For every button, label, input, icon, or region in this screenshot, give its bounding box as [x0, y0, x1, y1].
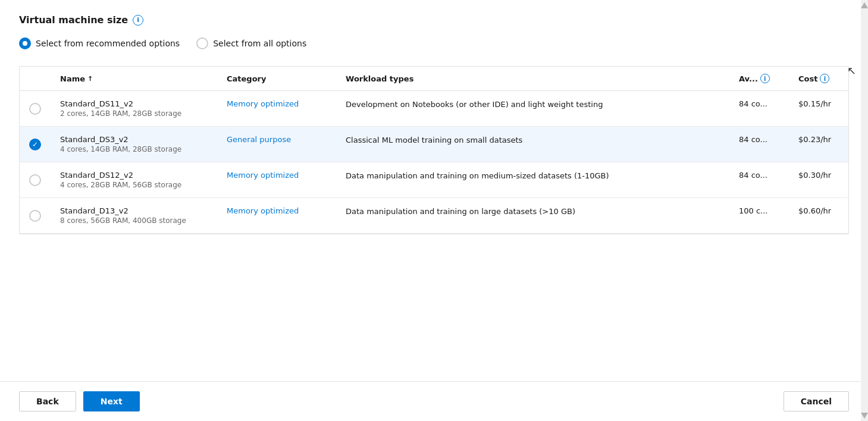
av-value: 84 co...	[739, 171, 767, 180]
av-value: 84 co...	[739, 135, 767, 144]
row-cost-cell: $0.30/hr	[789, 162, 848, 198]
radio-recommended-label: Select from recommended options	[36, 39, 180, 48]
cost-value: $0.60/hr	[798, 206, 831, 215]
row-radio-cell[interactable]	[20, 91, 51, 127]
cost-value: $0.23/hr	[798, 135, 831, 144]
scrollbar-up-arrow[interactable]	[861, 2, 868, 8]
row-workload-cell: Development on Notebooks (or other IDE) …	[336, 91, 729, 127]
row-radio-3[interactable]	[29, 210, 41, 222]
workload-text: Classical ML model training on small dat…	[346, 136, 522, 144]
vm-table: Name ↑ Category Workload types	[20, 67, 848, 234]
row-av-cell: 84 co...	[729, 91, 789, 127]
row-category-cell[interactable]: Memory optimized	[217, 91, 336, 127]
radio-recommended-circle	[19, 37, 31, 49]
col-cost[interactable]: Cost i	[789, 67, 848, 91]
col-av[interactable]: Av... i	[729, 67, 789, 91]
footer-left: Back Next	[19, 391, 140, 411]
footer: Back Next Cancel	[0, 381, 868, 421]
row-cost-cell: $0.23/hr	[789, 127, 848, 162]
cancel-button[interactable]: Cancel	[784, 391, 849, 411]
table-header-row: Name ↑ Category Workload types	[20, 67, 848, 91]
main-content: Virtual machine size i Select from recom…	[0, 0, 868, 381]
row-name-cell: Standard_DS11_v22 cores, 14GB RAM, 28GB …	[51, 91, 217, 127]
row-radio-cell[interactable]	[20, 198, 51, 234]
row-radio-1[interactable]	[29, 139, 41, 150]
row-name-cell: Standard_DS3_v24 cores, 14GB RAM, 28GB s…	[51, 127, 217, 162]
vm-name: Standard_DS11_v2	[60, 99, 208, 108]
row-av-cell: 84 co...	[729, 162, 789, 198]
category-link[interactable]: General purpose	[227, 135, 291, 144]
av-value: 100 c...	[739, 206, 768, 215]
row-category-cell[interactable]: General purpose	[217, 127, 336, 162]
cost-value: $0.30/hr	[798, 171, 831, 180]
workload-text: Development on Notebooks (or other IDE) …	[346, 100, 603, 109]
col-workload[interactable]: Workload types	[336, 67, 729, 91]
row-radio-cell[interactable]	[20, 127, 51, 162]
row-category-cell[interactable]: Memory optimized	[217, 162, 336, 198]
row-workload-cell: Classical ML model training on small dat…	[336, 127, 729, 162]
workload-text: Data manipulation and training on medium…	[346, 171, 609, 180]
table-row[interactable]: Standard_D13_v28 cores, 56GB RAM, 400GB …	[20, 198, 848, 234]
radio-recommended[interactable]: Select from recommended options	[19, 37, 180, 49]
row-workload-cell: Data manipulation and training on large …	[336, 198, 729, 234]
row-name-cell: Standard_DS12_v24 cores, 28GB RAM, 56GB …	[51, 162, 217, 198]
col-category[interactable]: Category	[217, 67, 336, 91]
vm-table-container: Name ↑ Category Workload types	[19, 66, 849, 234]
row-radio-cell[interactable]	[20, 162, 51, 198]
scrollbar-down-arrow[interactable]	[861, 413, 868, 419]
radio-all[interactable]: Select from all options	[196, 37, 306, 49]
row-workload-cell: Data manipulation and training on medium…	[336, 162, 729, 198]
vm-name: Standard_D13_v2	[60, 206, 208, 215]
row-name-cell: Standard_D13_v28 cores, 56GB RAM, 400GB …	[51, 198, 217, 234]
back-button[interactable]: Back	[19, 391, 76, 411]
title-info-icon[interactable]: i	[133, 15, 143, 26]
av-value: 84 co...	[739, 99, 767, 108]
page-scrollbar[interactable]	[861, 0, 868, 421]
name-sort-icon: ↑	[87, 75, 93, 83]
cost-info-icon[interactable]: i	[820, 74, 829, 83]
vm-specs: 2 cores, 14GB RAM, 28GB storage	[60, 109, 208, 118]
cost-value: $0.15/hr	[798, 99, 831, 108]
page-title: Virtual machine size	[19, 14, 128, 26]
vm-specs: 4 cores, 28GB RAM, 56GB storage	[60, 181, 208, 189]
next-button[interactable]: Next	[83, 391, 140, 411]
table-row[interactable]: Standard_DS12_v24 cores, 28GB RAM, 56GB …	[20, 162, 848, 198]
vm-name: Standard_DS12_v2	[60, 171, 208, 180]
radio-all-label: Select from all options	[213, 39, 306, 48]
row-radio-2[interactable]	[29, 174, 41, 186]
row-radio-0[interactable]	[29, 103, 41, 115]
radio-group: Select from recommended options Select f…	[19, 37, 849, 49]
workload-text: Data manipulation and training on large …	[346, 207, 575, 216]
title-row: Virtual machine size i	[19, 14, 849, 26]
category-link[interactable]: Memory optimized	[227, 99, 299, 108]
row-cost-cell: $0.15/hr	[789, 91, 848, 127]
radio-all-circle	[196, 37, 208, 49]
col-name[interactable]: Name ↑	[51, 67, 217, 91]
table-row[interactable]: Standard_DS11_v22 cores, 14GB RAM, 28GB …	[20, 91, 848, 127]
vm-name: Standard_DS3_v2	[60, 135, 208, 144]
row-av-cell: 100 c...	[729, 198, 789, 234]
category-link[interactable]: Memory optimized	[227, 206, 299, 215]
av-info-icon[interactable]: i	[760, 74, 770, 83]
vm-specs: 8 cores, 56GB RAM, 400GB storage	[60, 216, 208, 225]
col-select	[20, 67, 51, 91]
row-av-cell: 84 co...	[729, 127, 789, 162]
row-cost-cell: $0.60/hr	[789, 198, 848, 234]
row-category-cell[interactable]: Memory optimized	[217, 198, 336, 234]
category-link[interactable]: Memory optimized	[227, 171, 299, 180]
vm-specs: 4 cores, 14GB RAM, 28GB storage	[60, 145, 208, 153]
table-row[interactable]: Standard_DS3_v24 cores, 14GB RAM, 28GB s…	[20, 127, 848, 162]
